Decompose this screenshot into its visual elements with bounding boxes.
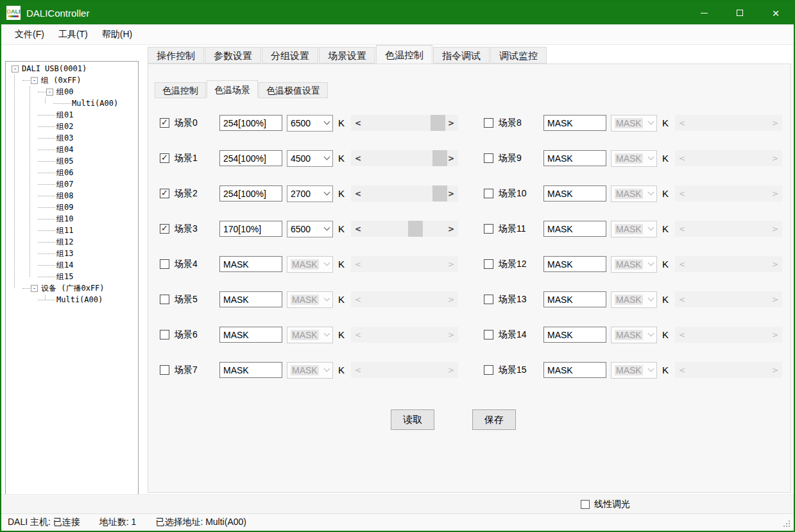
menu-item[interactable]: 文件(F) — [8, 24, 51, 44]
scene-temp-dropdown[interactable]: MASK — [611, 291, 657, 308]
scene-level-input[interactable] — [543, 291, 606, 307]
scene-level-input[interactable] — [543, 150, 606, 166]
scene-temp-dropdown[interactable]: MASK — [611, 327, 657, 343]
tree-node[interactable]: 组02 — [6, 121, 138, 132]
scene-checkbox[interactable] — [160, 189, 169, 198]
scroll-left-icon[interactable] — [355, 189, 361, 198]
tree-node[interactable]: 组15 — [6, 271, 138, 282]
linear-dim-checkbox[interactable] — [581, 500, 590, 509]
scroll-left-icon[interactable] — [355, 225, 361, 234]
temp-scrollbar[interactable] — [675, 291, 782, 307]
scene-checkbox[interactable] — [484, 330, 493, 339]
scroll-right-icon[interactable] — [772, 154, 778, 163]
sub-tab[interactable]: 色温控制 — [155, 82, 206, 98]
temp-scrollbar[interactable] — [675, 327, 782, 343]
scene-level-input[interactable] — [219, 327, 282, 343]
scene-temp-dropdown[interactable]: MASK — [611, 221, 657, 237]
scroll-left-icon[interactable] — [679, 330, 685, 339]
tree-node[interactable]: 设备 (广播0xFF) — [6, 282, 138, 294]
close-button[interactable]: × — [758, 1, 794, 24]
main-tab[interactable]: 色温控制 — [376, 45, 432, 64]
tree-node[interactable]: Multi(A00) — [6, 98, 138, 109]
scroll-right-icon[interactable] — [772, 189, 778, 198]
scene-checkbox[interactable] — [484, 259, 493, 269]
scene-level-input[interactable] — [543, 327, 606, 343]
temp-scrollbar[interactable] — [351, 115, 458, 131]
scene-checkbox[interactable] — [160, 118, 169, 128]
scene-temp-dropdown[interactable]: 4500 — [287, 150, 333, 167]
scene-temp-dropdown[interactable]: MASK — [611, 185, 657, 202]
menu-item[interactable]: 工具(T) — [51, 24, 95, 44]
scroll-right-icon[interactable] — [448, 260, 454, 269]
scroll-right-icon[interactable] — [772, 366, 778, 375]
temp-scrollbar[interactable] — [351, 221, 458, 237]
tree-node[interactable]: 组12 — [6, 236, 138, 248]
scene-level-input[interactable] — [219, 291, 282, 307]
tree-node[interactable]: DALI USB(0001) — [6, 63, 138, 74]
tree-node[interactable]: 组11 — [6, 225, 138, 236]
main-tab[interactable]: 分组设置 — [262, 47, 318, 64]
collapse-icon[interactable] — [12, 65, 19, 73]
tree-node[interactable]: 组14 — [6, 259, 138, 271]
scene-level-input[interactable] — [543, 256, 606, 272]
scroll-left-icon[interactable] — [355, 295, 361, 304]
temp-scrollbar[interactable] — [351, 256, 458, 272]
scene-checkbox[interactable] — [160, 330, 169, 339]
scene-level-input[interactable] — [219, 256, 282, 272]
tree-node[interactable]: 组00 — [6, 86, 138, 98]
scroll-right-icon[interactable] — [448, 119, 454, 128]
scene-temp-dropdown[interactable]: MASK — [287, 291, 333, 308]
scene-temp-dropdown[interactable]: MASK — [287, 327, 333, 343]
temp-scrollbar[interactable] — [351, 362, 458, 378]
temp-scrollbar[interactable] — [675, 256, 782, 272]
scroll-right-icon[interactable] — [448, 225, 454, 234]
temp-scrollbar[interactable] — [675, 221, 782, 237]
scene-level-input[interactable] — [219, 221, 282, 237]
scene-temp-dropdown[interactable]: MASK — [287, 256, 333, 273]
main-tab[interactable]: 操作控制 — [148, 47, 204, 64]
tree-node[interactable]: 组08 — [6, 190, 138, 202]
scroll-right-icon[interactable] — [448, 295, 454, 304]
temp-scrollbar[interactable] — [351, 185, 458, 202]
scene-level-input[interactable] — [543, 185, 606, 202]
scroll-thumb[interactable] — [432, 185, 447, 202]
scene-level-input[interactable] — [219, 150, 282, 166]
temp-scrollbar[interactable] — [351, 291, 458, 307]
scroll-right-icon[interactable] — [448, 154, 454, 163]
scene-checkbox[interactable] — [160, 259, 169, 269]
scene-checkbox[interactable] — [484, 365, 493, 375]
scroll-right-icon[interactable] — [772, 295, 778, 304]
sub-tab[interactable]: 色温场景 — [207, 80, 258, 98]
scroll-right-icon[interactable] — [448, 189, 454, 198]
maximize-button[interactable] — [722, 1, 758, 24]
temp-scrollbar[interactable] — [351, 150, 458, 166]
tree-node[interactable]: 组 (0xFF) — [6, 74, 138, 86]
tree-node[interactable]: 组04 — [6, 144, 138, 155]
scene-level-input[interactable] — [543, 362, 606, 378]
scene-temp-dropdown[interactable]: MASK — [611, 115, 657, 132]
scene-checkbox[interactable] — [484, 189, 493, 198]
scene-temp-dropdown[interactable]: MASK — [611, 150, 657, 167]
scene-checkbox[interactable] — [160, 365, 169, 375]
save-button[interactable]: 保存 — [472, 409, 516, 430]
scroll-right-icon[interactable] — [448, 366, 454, 375]
scene-checkbox[interactable] — [484, 118, 493, 128]
scroll-left-icon[interactable] — [355, 260, 361, 269]
scene-temp-dropdown[interactable]: 6500 — [287, 115, 333, 132]
scene-checkbox[interactable] — [484, 295, 493, 304]
temp-scrollbar[interactable] — [351, 327, 458, 343]
menu-item[interactable]: 帮助(H) — [95, 24, 139, 44]
scroll-thumb[interactable] — [408, 221, 423, 237]
scroll-thumb[interactable] — [432, 150, 447, 166]
resize-grip-icon[interactable] — [783, 520, 792, 529]
scroll-left-icon[interactable] — [355, 366, 361, 375]
scene-temp-dropdown[interactable]: MASK — [611, 256, 657, 273]
scene-checkbox[interactable] — [160, 153, 169, 163]
scene-temp-dropdown[interactable]: 6500 — [287, 221, 333, 237]
main-tab[interactable]: 调试监控 — [490, 47, 547, 64]
tree-node[interactable]: Multi(A00) — [6, 294, 138, 305]
tree-node[interactable]: 组05 — [6, 155, 138, 167]
scroll-left-icon[interactable] — [679, 225, 685, 234]
tree-node[interactable]: 组07 — [6, 178, 138, 190]
scene-level-input[interactable] — [543, 115, 606, 131]
